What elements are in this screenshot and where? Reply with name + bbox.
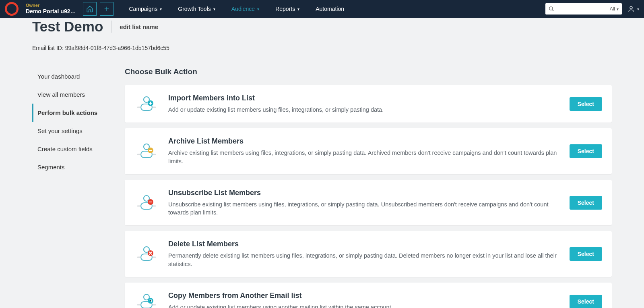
chevron-down-icon: ▾ — [617, 7, 619, 11]
nav-item-label: Automation — [316, 6, 344, 12]
select-button[interactable]: Select — [570, 196, 602, 210]
chevron-down-icon: ▾ — [257, 7, 259, 11]
member-icon — [134, 245, 159, 263]
bulk-action-card: Unsubscribe List Members Unsubscribe exi… — [125, 180, 612, 226]
card-title: Unsubscribe List Members — [168, 189, 570, 197]
email-list-id: Email list ID: 99af98d4-01f8-47d3-a966-1… — [0, 35, 644, 51]
search-input[interactable]: All ▾ — [545, 3, 622, 15]
svg-point-0 — [549, 7, 553, 10]
svg-point-1 — [630, 6, 632, 9]
bulk-action-card: Copy Members from Another Email list Add… — [125, 283, 612, 308]
nav-item-reports[interactable]: Reports▾ — [275, 6, 299, 12]
card-title: Archive List Members — [168, 137, 570, 146]
main-nav: Campaigns▾Growth Tools▾Audience▾Reports▾… — [129, 6, 344, 12]
divider — [111, 21, 111, 33]
member-icon — [134, 293, 159, 308]
owner-block[interactable]: Owner Demo Portal u92… — [26, 3, 76, 15]
user-icon — [627, 5, 635, 12]
bulk-action-card: Import Members into List Add or update e… — [125, 85, 612, 123]
search-icon — [549, 6, 554, 12]
card-description: Add or update existing list members usin… — [168, 106, 570, 114]
sidebar-item-view-all-members[interactable]: View all members — [32, 85, 113, 104]
nav-item-label: Growth Tools — [178, 6, 211, 12]
home-button[interactable] — [83, 2, 97, 16]
search-filter-label: All — [610, 6, 615, 12]
chevron-down-icon: ▾ — [297, 7, 299, 11]
sidebar-item-set-your-settings[interactable]: Set your settings — [32, 122, 113, 140]
edit-list-name-link[interactable]: edit list name — [120, 23, 158, 30]
sidebar: Your dashboardView all membersPerform bu… — [32, 67, 113, 308]
bulk-action-heading: Choose Bulk Action — [125, 67, 612, 76]
sidebar-item-segments[interactable]: Segments — [32, 158, 113, 176]
member-icon — [134, 142, 159, 160]
select-button[interactable]: Select — [570, 97, 602, 111]
page-header: Test Demo edit list name — [0, 18, 644, 35]
card-description: Unsubscribe existing list members using … — [168, 200, 570, 217]
bulk-action-card: Delete List Members Permanently delete e… — [125, 231, 612, 277]
select-button[interactable]: Select — [570, 144, 602, 158]
card-title: Copy Members from Another Email list — [168, 291, 570, 300]
member-icon — [134, 194, 159, 212]
nav-item-label: Audience — [231, 6, 255, 12]
card-title: Delete List Members — [168, 240, 570, 248]
member-icon — [134, 95, 159, 113]
nav-item-campaigns[interactable]: Campaigns▾ — [129, 6, 162, 12]
owner-name: Demo Portal u92… — [26, 8, 76, 15]
select-button[interactable]: Select — [570, 295, 602, 308]
logo-icon — [5, 2, 19, 16]
nav-item-label: Reports — [275, 6, 295, 12]
select-button[interactable]: Select — [570, 247, 602, 261]
chevron-down-icon: ▾ — [637, 7, 639, 11]
nav-item-automation[interactable]: Automation — [316, 6, 344, 12]
bulk-action-card: Archive List Members Archive existing li… — [125, 128, 612, 174]
chevron-down-icon: ▾ — [213, 7, 215, 11]
add-button[interactable] — [100, 2, 114, 16]
card-description: Add or update existing list members usin… — [168, 303, 570, 308]
card-description: Archive existing list members using file… — [168, 149, 570, 165]
card-title: Import Members into List — [168, 94, 570, 102]
nav-item-growth-tools[interactable]: Growth Tools▾ — [178, 6, 215, 12]
user-menu[interactable]: ▾ — [627, 5, 639, 12]
page-title: Test Demo — [32, 19, 103, 35]
owner-label: Owner — [26, 3, 76, 8]
chevron-down-icon: ▾ — [160, 7, 162, 11]
main-content: Choose Bulk Action Import Members into L… — [125, 67, 612, 308]
top-bar: Owner Demo Portal u92… Campaigns▾Growth … — [0, 0, 644, 18]
sidebar-item-create-custom-fields[interactable]: Create custom fields — [32, 140, 113, 158]
nav-item-label: Campaigns — [129, 6, 157, 12]
card-description: Permanently delete existing list members… — [168, 252, 570, 268]
sidebar-item-your-dashboard[interactable]: Your dashboard — [32, 67, 113, 85]
sidebar-item-perform-bulk-actions[interactable]: Perform bulk actions — [32, 104, 113, 122]
nav-item-audience[interactable]: Audience▾ — [231, 6, 259, 12]
